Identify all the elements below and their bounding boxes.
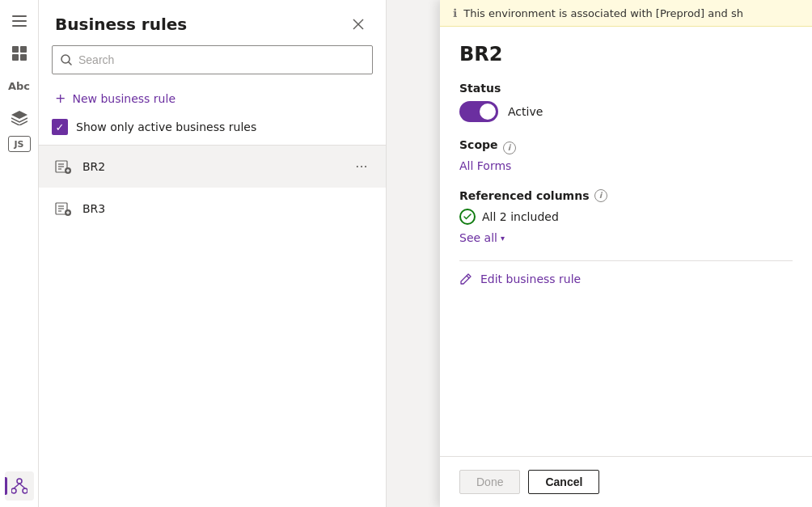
svg-point-8 [11, 488, 16, 493]
scope-info-icon[interactable]: i [503, 142, 516, 154]
new-rule-label: New business rule [72, 92, 176, 105]
info-icon-notification: ℹ [453, 6, 457, 19]
edit-label: Edit business rule [480, 273, 581, 285]
ellipsis-icon: ··· [355, 159, 367, 175]
rule-icon-br3 [52, 197, 74, 220]
scope-label: Scope [459, 138, 498, 151]
hamburger-icon-btn[interactable] [5, 6, 34, 36]
status-value: Active [508, 105, 543, 118]
js-icon-btn[interactable]: JS [8, 136, 31, 152]
svg-rect-4 [20, 46, 27, 53]
done-button[interactable]: Done [459, 470, 520, 494]
panel-header: Business rules [39, 0, 386, 45]
section-divider [459, 260, 793, 261]
referenced-columns-section: Referenced columns i All 2 included See … [459, 189, 793, 244]
notification-bar: ℹ This environment is associated with [P… [440, 0, 812, 27]
grid-icon-btn[interactable] [5, 39, 34, 68]
svg-rect-6 [20, 54, 27, 61]
see-all-link[interactable]: See all ▾ [459, 231, 793, 244]
rule-list: BR2 ··· BR3 [39, 146, 386, 507]
svg-rect-5 [12, 54, 19, 61]
svg-line-10 [14, 484, 19, 488]
filter-row: ✓ Show only active business rules [39, 112, 386, 146]
business-rules-panel: Business rules + New business rule [39, 0, 387, 507]
text-field-icon-btn[interactable]: Abc [5, 71, 34, 100]
ref-info-icon[interactable]: i [594, 189, 607, 202]
rule-name-br3: BR3 [82, 202, 373, 215]
edit-business-rule-link[interactable]: Edit business rule [459, 268, 793, 290]
scope-section: Scope i All Forms [459, 138, 793, 173]
status-toggle[interactable] [459, 101, 498, 122]
ref-columns-label: Referenced columns [459, 189, 590, 202]
detail-content: BR2 Status Active Scope i All Forms [440, 27, 812, 456]
toggle-row: Active [459, 101, 793, 122]
search-icon [61, 54, 72, 65]
svg-rect-1 [12, 20, 27, 22]
panel-title: Business rules [55, 15, 187, 34]
rule-name-br2: BR2 [82, 160, 350, 173]
notification-text: This environment is associated with [Pre… [463, 7, 743, 19]
svg-line-11 [19, 484, 25, 488]
svg-rect-0 [12, 15, 27, 17]
ref-header: Referenced columns i [459, 189, 793, 202]
content-wrapper: Business rules + New business rule [39, 0, 812, 507]
ref-check-row: All 2 included [459, 209, 793, 225]
svg-point-7 [17, 479, 22, 484]
pencil-icon [459, 273, 472, 285]
search-input[interactable] [78, 53, 364, 66]
filter-label[interactable]: Show only active business rules [76, 120, 256, 133]
detail-footer: Done Cancel [440, 456, 812, 507]
see-all-label: See all [459, 231, 497, 244]
sidebar: Abc JS [0, 0, 39, 507]
close-button[interactable] [347, 13, 370, 36]
checkmark-icon: ✓ [56, 122, 65, 133]
detail-title: BR2 [459, 43, 793, 65]
svg-rect-3 [12, 46, 19, 53]
plus-icon: + [55, 91, 66, 106]
status-label: Status [459, 82, 793, 95]
status-section: Status Active [459, 82, 793, 122]
cancel-button[interactable]: Cancel [528, 470, 599, 494]
scope-value: All Forms [459, 159, 511, 172]
svg-rect-2 [12, 25, 27, 27]
green-check-icon [459, 209, 476, 225]
svg-point-9 [23, 488, 27, 493]
layers-icon-btn[interactable] [5, 104, 34, 133]
detail-panel: ℹ This environment is associated with [P… [440, 0, 812, 507]
rule-item-br2[interactable]: BR2 ··· [39, 146, 386, 188]
chevron-down-icon: ▾ [501, 234, 505, 243]
new-business-rule-button[interactable]: + New business rule [39, 84, 386, 112]
svg-line-30 [467, 276, 469, 278]
filter-checkbox[interactable]: ✓ [52, 119, 68, 135]
rule-icon-br2 [52, 155, 74, 178]
rule-item-br3[interactable]: BR3 [39, 188, 386, 230]
diagram-icon-btn[interactable] [5, 471, 34, 501]
scope-header-row: Scope i [459, 138, 793, 158]
toggle-knob [480, 104, 496, 120]
rule-more-button-br2[interactable]: ··· [350, 155, 373, 178]
svg-line-15 [69, 62, 71, 65]
ref-columns-value: All 2 included [482, 210, 559, 223]
search-container [52, 45, 373, 74]
